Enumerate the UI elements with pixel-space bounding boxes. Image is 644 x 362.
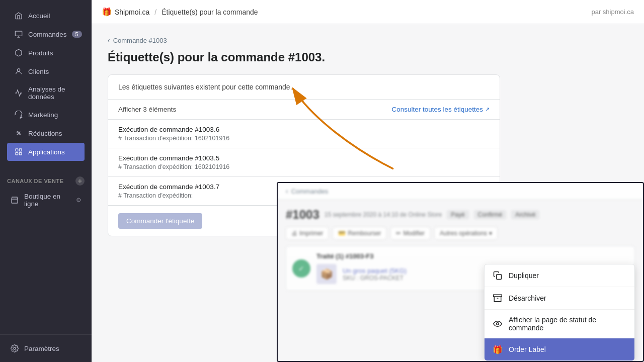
- svg-rect-6: [19, 149, 22, 151]
- svg-point-9: [14, 347, 16, 349]
- desarchiver-label: Désarchiver: [509, 294, 546, 302]
- order-label-button[interactable]: Commander l'étiquette: [118, 213, 202, 229]
- sidebar-item-label: Analyses de données: [28, 85, 77, 101]
- sidebar-item-commandes[interactable]: Commandes 5: [7, 25, 85, 43]
- statut-label: Afficher la page de statut de commande: [509, 316, 626, 332]
- marketing-icon: [14, 110, 23, 119]
- popup-edit-button[interactable]: ✏ Modifier: [390, 227, 430, 240]
- order-label-dropdown-label: Order Label: [509, 345, 546, 353]
- apps-icon: [14, 147, 23, 156]
- channels-section-label: CANAUX DE VENTE +: [0, 169, 92, 188]
- breadcrumb-link[interactable]: Commande #1003: [113, 37, 167, 44]
- sidebar-item-marketing[interactable]: Marketing: [7, 106, 85, 124]
- sidebar-item-accueil[interactable]: Accueil: [7, 7, 85, 25]
- sidebar-item-label: Applications: [28, 148, 65, 156]
- sidebar-item-label: Réductions: [28, 130, 62, 137]
- card-description: Les étiquettes suivantes existent pour c…: [108, 75, 500, 100]
- svg-rect-11: [497, 275, 502, 280]
- list-item: Exécution de commande #1003.5 # Transact…: [108, 148, 500, 177]
- topbar-right: par shipmoi.ca: [591, 8, 634, 16]
- popup-breadcrumb: Commandes: [291, 188, 329, 195]
- dropdown-item-order-label[interactable]: 🎁 Order Label: [485, 338, 634, 360]
- item-name: Un gros paquet (5KG): [343, 267, 407, 275]
- sidebar-item-reductions[interactable]: Réductions: [7, 124, 85, 142]
- analytics-icon: [14, 88, 23, 98]
- sidebar-item-applications[interactable]: Applications: [7, 143, 85, 161]
- topbar: 🎁 Shipmoi.ca / Étiquette(s) pour la comm…: [92, 0, 644, 24]
- brand-icon: 🎁: [102, 7, 112, 17]
- item-name-sku: Un gros paquet (5KG) SKU : GROS-PACKET: [343, 267, 407, 282]
- popup-more-button[interactable]: Autres opérations ▾: [434, 227, 498, 240]
- topbar-page-title: Étiquette(s) pour la commande: [162, 8, 258, 16]
- duplicate-label: Dupliquer: [509, 272, 539, 280]
- svg-point-3: [19, 134, 21, 135]
- list-item: Exécution de commande #1003.6 # Transact…: [108, 120, 500, 148]
- dropdown-item-dupliquer[interactable]: Dupliquer: [485, 264, 634, 287]
- commandes-badge: 5: [72, 31, 82, 38]
- item-info: Traité (1) #1003-F3 📦 Un gros paquet (5K…: [316, 252, 407, 284]
- sidebar-item-produits[interactable]: Produits: [7, 44, 85, 62]
- settings-icon: [10, 344, 19, 353]
- breadcrumb-separator: /: [154, 8, 156, 16]
- brand: 🎁 Shipmoi.ca: [102, 7, 149, 17]
- brand-name: Shipmoi.ca: [115, 8, 149, 16]
- item-details: 📦 Un gros paquet (5KG) SKU : GROS-PACKET: [316, 264, 407, 284]
- sidebar-item-label: Accueil: [28, 12, 50, 20]
- breadcrumb: ‹ Commande #1003: [108, 36, 628, 44]
- add-channel-button[interactable]: +: [75, 176, 85, 186]
- products-icon: [14, 48, 23, 57]
- popup-overlay: ‹ Commandes #1003 15 septembre 2020 à 14…: [277, 182, 644, 362]
- refund-icon: 💳: [338, 230, 346, 237]
- boutique-settings-icon[interactable]: ⚙: [76, 197, 82, 204]
- sidebar-item-clients[interactable]: Clients: [7, 62, 85, 80]
- page-title: Étiquette(s) pour la commande #1003.: [108, 50, 628, 64]
- dropdown-item-statut[interactable]: Afficher la page de statut de commande: [485, 310, 634, 338]
- eye-icon: [493, 319, 503, 329]
- svg-rect-7: [16, 152, 18, 155]
- svg-rect-8: [19, 152, 22, 155]
- view-all-link[interactable]: Consulter toutes les étiquettes ↗: [391, 106, 490, 113]
- back-arrow-icon: ‹: [108, 36, 110, 44]
- popup-order-number: #1003: [286, 208, 319, 222]
- popup-window: ‹ Commandes #1003 15 septembre 2020 à 14…: [277, 182, 644, 362]
- card-list-header: Afficher 3 éléments Consulter toutes les…: [108, 100, 500, 120]
- dropdown-item-desarchiver[interactable]: Désarchiver: [485, 287, 634, 310]
- reductions-icon: [14, 129, 23, 138]
- svg-rect-0: [15, 31, 22, 36]
- sidebar-item-analyses[interactable]: Analyses de données: [7, 81, 85, 105]
- sidebar-item-label: Marketing: [28, 111, 58, 119]
- package-icon: 📦: [320, 268, 333, 280]
- page-content: ‹ Commande #1003 Étiquette(s) pour la co…: [92, 24, 644, 362]
- orders-icon: [14, 30, 23, 39]
- sidebar-item-parametres[interactable]: Paramètres: [3, 339, 89, 357]
- list-count: Afficher 3 éléments: [118, 106, 176, 113]
- svg-point-1: [17, 69, 20, 71]
- shipmoi-icon: 🎁: [493, 344, 503, 354]
- popup-print-button[interactable]: 🖨 Imprimer: [286, 227, 329, 240]
- duplicate-icon: [493, 270, 503, 281]
- chevron-down-icon: ▾: [489, 230, 492, 237]
- boutique-label: Boutique en ligne: [24, 193, 71, 208]
- sidebar-item-label: Produits: [28, 49, 53, 57]
- back-icon: ‹: [286, 187, 288, 195]
- svg-rect-12: [494, 295, 502, 297]
- popup-topbar: ‹ Commandes: [278, 183, 643, 200]
- svg-point-2: [17, 132, 19, 133]
- svg-rect-5: [16, 149, 18, 151]
- popup-badge-archived: Archivé: [511, 210, 539, 219]
- popup-badge-paid: Payé: [447, 210, 468, 219]
- sidebar-item-label: Commandes: [28, 31, 67, 38]
- popup-refund-button[interactable]: 💳 Rembourser: [333, 227, 386, 240]
- edit-icon: ✏: [396, 230, 401, 237]
- topbar-left: 🎁 Shipmoi.ca / Étiquette(s) pour la comm…: [102, 7, 258, 17]
- print-icon: 🖨: [291, 230, 297, 237]
- dropdown-menu: Dupliquer Désarchiver Afficher la page d…: [484, 264, 635, 361]
- clients-icon: [14, 67, 23, 76]
- parametres-label: Paramètres: [24, 345, 59, 352]
- sidebar: Accueil Commandes 5 Produits Clients: [0, 0, 92, 362]
- home-icon: [14, 11, 23, 20]
- svg-line-4: [17, 132, 21, 135]
- store-icon: [10, 196, 19, 205]
- sidebar-item-boutique[interactable]: Boutique en ligne ⚙: [3, 188, 89, 212]
- svg-point-14: [497, 323, 499, 325]
